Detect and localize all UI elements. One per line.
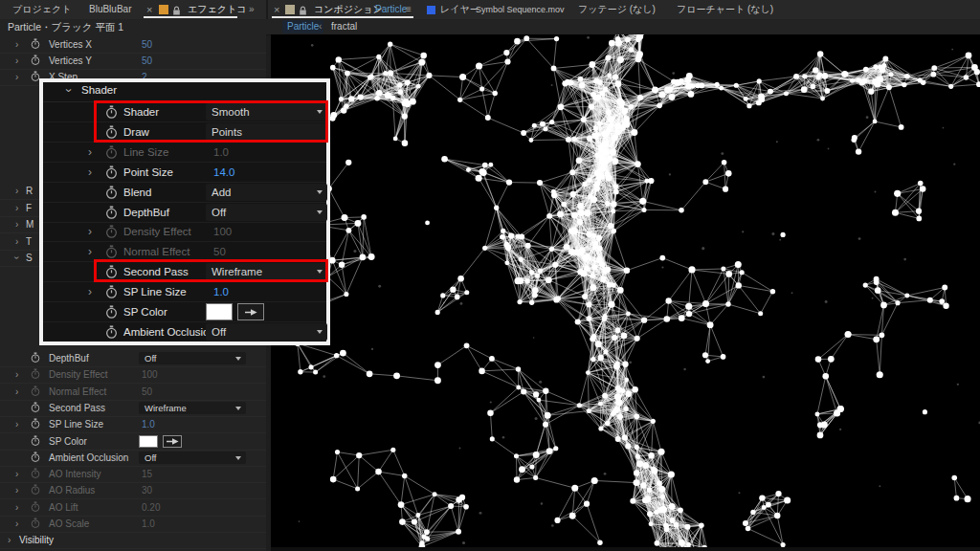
expand-chevron-icon[interactable]: › (88, 163, 92, 182)
property-row-ambient-occlusion[interactable]: Ambient OcclusionOff (43, 322, 326, 342)
property-row-visibility[interactable]: ›Visibility (0, 532, 266, 549)
eyedropper-button[interactable] (163, 435, 182, 448)
dropdown-ambient-occlusion[interactable]: Off (139, 452, 246, 464)
property-value[interactable]: 1.0 (213, 282, 229, 301)
stopwatch-icon[interactable] (31, 468, 40, 479)
stopwatch-icon[interactable] (105, 125, 118, 140)
stopwatch-icon[interactable] (31, 368, 40, 380)
expand-chevron-icon[interactable]: › (15, 384, 18, 400)
stopwatch-icon[interactable] (105, 245, 118, 259)
property-row-ao-scale[interactable]: ›AO Scale1.0 (0, 516, 266, 533)
stopwatch-icon[interactable] (105, 165, 118, 180)
property-row-sp-line-size[interactable]: ›SP Line Size1.0 (0, 416, 266, 433)
property-row-depthbuf[interactable]: DepthBufOff (0, 350, 266, 367)
property-row-blend[interactable]: BlendAdd (43, 183, 326, 203)
tab-project[interactable]: プロジェクト (12, 0, 71, 19)
label-color-swatch[interactable] (427, 6, 435, 14)
dropdown-draw[interactable]: Points (206, 123, 327, 141)
lock-icon[interactable] (172, 4, 181, 15)
property-value[interactable]: 50 (142, 384, 152, 400)
breadcrumb-comp-name[interactable]: Particle (282, 20, 323, 33)
expand-chevron-icon[interactable]: › (15, 466, 18, 482)
stopwatch-icon[interactable] (31, 518, 40, 529)
property-row-normal-effect[interactable]: ›Normal Effect50 (0, 384, 266, 401)
property-value[interactable]: 15 (142, 466, 152, 482)
dropdown-second-pass[interactable]: Wireframe (206, 263, 327, 280)
expand-chevron-icon[interactable]: › (15, 36, 18, 53)
stopwatch-icon[interactable] (31, 38, 40, 50)
property-row-line-size[interactable]: ›Line Size1.0 (43, 143, 326, 163)
expand-chevron-icon[interactable]: › (88, 222, 92, 241)
property-row-sp-color[interactable]: SP Color (0, 433, 266, 451)
shader-group-header[interactable]: › Shader (43, 82, 326, 102)
tab-flowchart[interactable]: フローチャート (なし) (677, 0, 773, 19)
expand-chevron-icon[interactable]: › (15, 200, 18, 216)
property-value[interactable]: 1.0 (142, 516, 155, 532)
expand-chevron-icon[interactable]: › (15, 516, 18, 532)
expand-chevron-icon[interactable]: › (15, 233, 18, 250)
property-row-vertices-x[interactable]: ›Vertices X50 (0, 36, 266, 54)
property-row-vertices-y[interactable]: ›Vertices Y50 (0, 53, 266, 70)
property-value[interactable]: 100 (213, 222, 232, 241)
property-value[interactable]: 0.20 (142, 499, 160, 516)
stopwatch-icon[interactable] (31, 418, 40, 430)
label-color-swatch[interactable] (159, 5, 168, 14)
stopwatch-icon[interactable] (31, 55, 40, 66)
property-row-second-pass[interactable]: Second PassWireframe (0, 400, 266, 417)
expand-chevron-icon[interactable]: › (15, 69, 18, 85)
color-swatch[interactable] (206, 303, 233, 320)
breadcrumb-layer-name[interactable]: fractal (331, 20, 357, 33)
stopwatch-icon[interactable] (31, 484, 40, 496)
stopwatch-icon[interactable] (31, 452, 40, 463)
expand-chevron-icon[interactable]: › (88, 282, 92, 301)
property-value[interactable]: 1.0 (213, 143, 229, 162)
property-row-point-size[interactable]: ›Point Size14.0 (43, 163, 326, 183)
expand-chevron-icon[interactable]: › (88, 143, 92, 162)
property-row-density-effect[interactable]: ›Density Effect100 (43, 222, 326, 242)
property-row-shader[interactable]: ShaderSmooth (43, 102, 326, 122)
stopwatch-icon[interactable] (31, 402, 40, 413)
stopwatch-icon[interactable] (105, 225, 118, 239)
stopwatch-icon[interactable] (105, 186, 118, 200)
dropdown-depthbuf[interactable]: Off (206, 204, 327, 221)
dropdown-second-pass[interactable]: Wireframe (139, 402, 246, 414)
property-row-normal-effect[interactable]: ›Normal Effect50 (43, 242, 326, 262)
property-row-ao-radius[interactable]: ›AO Radius30 (0, 482, 266, 499)
expand-chevron-icon[interactable]: › (15, 499, 18, 516)
stopwatch-icon[interactable] (31, 501, 40, 513)
composition-viewport[interactable] (271, 34, 980, 551)
dropdown-shader[interactable]: Smooth (206, 103, 327, 121)
expand-chevron-icon[interactable]: › (15, 482, 18, 498)
lock-icon[interactable] (299, 4, 307, 15)
expand-chevron-icon[interactable]: › (15, 366, 18, 383)
property-value[interactable]: 50 (213, 242, 226, 261)
expand-chevron-icon[interactable]: › (15, 53, 18, 69)
property-row-ao-intensity[interactable]: ›AO Intensity15 (0, 466, 266, 483)
stopwatch-icon[interactable] (31, 435, 40, 447)
tab-overflow-chevron[interactable]: » (249, 0, 255, 19)
stopwatch-icon[interactable] (105, 145, 118, 160)
stopwatch-icon[interactable] (31, 352, 40, 364)
property-value[interactable]: 1.0 (142, 416, 155, 432)
property-row-ambient-occlusion[interactable]: Ambient OcclusionOff (0, 450, 266, 467)
property-value[interactable]: 50 (142, 53, 152, 69)
stopwatch-icon[interactable] (31, 386, 40, 397)
expand-chevron-icon[interactable]: › (8, 532, 11, 548)
label-color-swatch[interactable] (285, 5, 295, 14)
property-value[interactable]: 100 (142, 366, 158, 383)
property-row-sp-color[interactable]: SP Color (43, 302, 326, 322)
tab-footage[interactable]: フッテージ (なし) (578, 0, 656, 19)
stopwatch-icon[interactable] (105, 105, 118, 120)
dropdown-depthbuf[interactable]: Off (139, 352, 246, 364)
eyedropper-button[interactable] (237, 303, 264, 320)
tab-layer-name[interactable]: Symbol Sequence.mov (476, 0, 565, 19)
property-row-depthbuf[interactable]: DepthBufOff (43, 203, 326, 223)
property-row-sp-line-size[interactable]: ›SP Line Size1.0 (43, 282, 326, 302)
tab-layer[interactable]: レイヤー (440, 0, 479, 19)
expand-chevron-icon[interactable]: › (15, 183, 18, 199)
stopwatch-icon[interactable] (105, 325, 118, 340)
dropdown-blend[interactable]: Add (206, 184, 327, 201)
property-row-density-effect[interactable]: ›Density Effect100 (0, 366, 266, 384)
expand-chevron-icon[interactable]: › (15, 216, 18, 232)
stopwatch-icon[interactable] (105, 285, 118, 299)
